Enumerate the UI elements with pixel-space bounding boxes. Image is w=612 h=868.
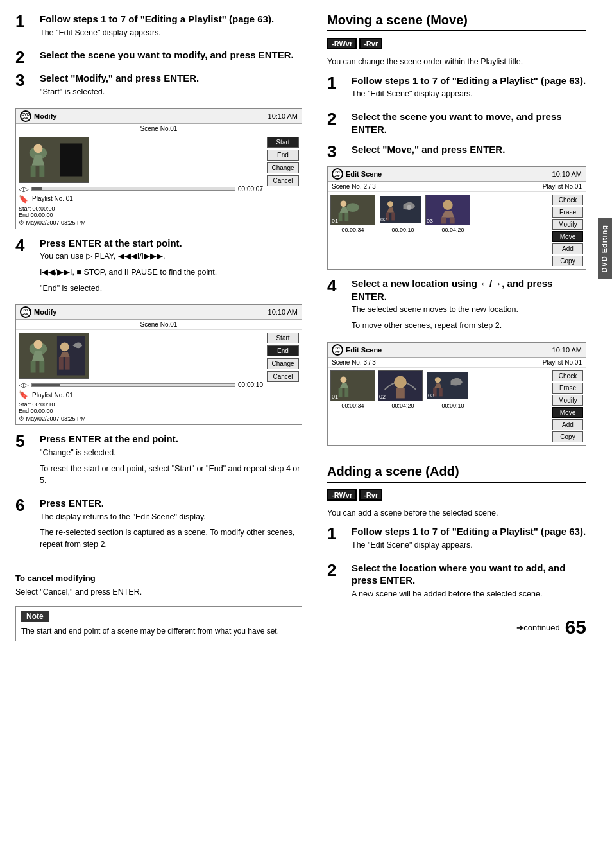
edit2-btn-modify[interactable]: Modify [552, 395, 583, 406]
edit-screen-1-timecodes: 00:00:34 00:00:10 00:04:20 [330, 227, 550, 233]
screen-1-btn-change[interactable]: Change [267, 162, 299, 173]
right-step-1-body: The "Edit Scene" display appears. [352, 88, 586, 100]
badge-add-rwvr: -RWvr [327, 489, 357, 501]
screen-2-header-left: DVDRW Modify [20, 306, 56, 318]
edit-screen-thumb-2-num: 02 [380, 216, 387, 223]
badge-rwvr: -RWvr [327, 38, 357, 49]
step-6-title: Press ENTER. [40, 497, 302, 510]
note-text: The start and end point of a scene may b… [21, 625, 296, 637]
step-number-1: 1 [15, 13, 36, 30]
edit-btn-modify[interactable]: Modify [552, 219, 583, 230]
edit2-btn-erase[interactable]: Erase [552, 383, 583, 394]
edit-screen-1-thumbs: 01 [330, 195, 550, 225]
screen-1-playlist: Playlist No. 01 [32, 195, 73, 202]
edit2-btn-add[interactable]: Add [552, 419, 583, 430]
screen-2-thumb-1 [19, 333, 89, 379]
edit-screen-2-thumb-3: 03 [425, 370, 470, 401]
add-step-2-title: Select the location where you want to ad… [352, 562, 586, 587]
dvd-icon-3: DVDRW [332, 168, 343, 180]
svg-point-14 [60, 343, 69, 352]
screen-2-btn-cancel[interactable]: Cancel [267, 371, 299, 382]
badge-add-rvr: -Rvr [359, 489, 382, 501]
tc-1-2: 00:00:10 [380, 227, 425, 233]
right-step-4-body1: The selected scene moves to the new loca… [352, 304, 586, 316]
screen-1-control-row: ◁▷ 00:00:07 [19, 186, 263, 193]
screen-1-btn-end[interactable]: End [267, 150, 299, 161]
svg-rect-28 [391, 213, 395, 221]
left-step-4: 4 Press ENTER at the start point. You ca… [15, 237, 302, 299]
right-step-num-4: 4 [327, 277, 348, 294]
svg-point-29 [407, 205, 411, 210]
step-4-content: Press ENTER at the start point. You can … [40, 237, 302, 299]
step-6-body1: The display returns to the "Edit Scene" … [40, 511, 302, 523]
step-1-title: Follow steps 1 to 7 of "Editing a Playli… [40, 13, 302, 26]
edit-screen-2-thumb-1: 01 [330, 370, 375, 401]
right-step-1-title: Follow steps 1 to 7 of "Editing a Playli… [352, 74, 586, 87]
edit-screen-1-header: DVDRW Edit Scene 10:10 AM [328, 167, 586, 182]
adding-section: Adding a scene (Add) -RWvr -Rvr You can … [327, 464, 586, 604]
screen-2-date-val: May/02/2007 03:25 PM [26, 415, 86, 422]
edit-btn-move[interactable]: Move [552, 231, 583, 242]
screen-1-preview-area [19, 137, 263, 183]
cancel-title: To cancel modifying [15, 573, 302, 583]
add-step-1-title: Follow steps 1 to 7 of "Editing a Playli… [352, 525, 586, 538]
screen-1-date: ⏱ May/02/2007 03:25 PM [19, 220, 263, 226]
tc-1-3: 00:04:20 [430, 227, 475, 233]
edit2-btn-copy[interactable]: Copy [552, 431, 583, 442]
step-5-title: Press ENTER at the end point. [40, 433, 302, 446]
screen-1-btn-start[interactable]: Start [267, 137, 299, 148]
screen-2-duration: 00:00:10 [238, 381, 263, 388]
edit-screen-2-timecodes: 00:00:34 00:04:20 00:00:10 [330, 403, 550, 409]
adding-badges: -RWvr -Rvr [327, 489, 586, 501]
edit-scene-screen-2: DVDRW Edit Scene 10:10 AM Scene No. 3 / … [327, 342, 586, 446]
edit-screen-1-side-buttons: Check Erase Modify Move Add Copy [552, 195, 583, 266]
adding-intro: You can add a scene before the selected … [327, 507, 586, 519]
svg-point-5 [34, 144, 43, 153]
edit2-btn-move[interactable]: Move [552, 407, 583, 418]
screen-2-left-panel: ◁▷ 00:00:10 🔖 Playlist No. 01 Start 00:0… [19, 333, 263, 422]
add-step-1: 1 Follow steps 1 to 7 of "Editing a Play… [327, 525, 586, 555]
screen-2-end-time: End 00:00:00 [19, 408, 263, 414]
edit-screen-2-info: Scene No. 3 / 3 Playlist No.01 [328, 358, 586, 368]
screen-2-title: Modify [34, 308, 56, 316]
screen-2-btn-start[interactable]: Start [267, 333, 299, 343]
step-3-content: Select "Modify," and press ENTER. "Start… [40, 72, 302, 101]
svg-rect-4 [39, 165, 44, 177]
continued-footer: ➔continued 65 [327, 616, 586, 638]
edit2-btn-check[interactable]: Check [552, 370, 583, 381]
screen-2-progress-bar [31, 383, 235, 387]
add-step-1-content: Follow steps 1 to 7 of "Editing a Playli… [352, 525, 586, 555]
step-3-title: Select "Modify," and press ENTER. [40, 72, 302, 85]
edit-btn-copy[interactable]: Copy [552, 256, 583, 266]
edit-screen-1-scenes: 01 [330, 195, 550, 266]
edit-screen-2-thumb-2: 02 [378, 370, 423, 401]
right-step-3-title: Select "Move," and press ENTER. [352, 143, 586, 156]
right-step-num-2: 2 [327, 110, 348, 127]
dvd-editing-tab: DVD Editing [598, 218, 612, 279]
screen-1-info-row: 🔖 Playlist No. 01 [19, 195, 263, 204]
right-step-4-content: Select a new location using ←/→, and pre… [352, 277, 586, 336]
add-step-2-body: A new scene will be added before the sel… [352, 588, 586, 600]
screen-2-btn-change[interactable]: Change [267, 358, 299, 369]
svg-rect-22 [344, 213, 348, 221]
screen-1-date-val: May/02/2007 03:25 PM [26, 220, 86, 226]
screen-1-date-label: ⏱ [19, 220, 24, 226]
step-number-2: 2 [15, 49, 36, 65]
dvd-icon-2: DVDRW [20, 306, 31, 318]
screen-2-btn-end[interactable]: End [267, 345, 299, 356]
edit-btn-check[interactable]: Check [552, 195, 583, 205]
step-3-body: "Start" is selected. [40, 86, 302, 98]
add-step-num-2: 2 [327, 562, 348, 578]
svg-rect-34 [450, 218, 455, 224]
screen-2-preview-area [19, 333, 263, 379]
edit-btn-erase[interactable]: Erase [552, 207, 583, 218]
screen-1-left-panel: ◁▷ 00:00:07 🔖 Playlist No. 01 Start 00:0… [19, 137, 263, 226]
edit-btn-add[interactable]: Add [552, 243, 583, 254]
add-step-2-content: Select the location where you want to ad… [352, 562, 586, 604]
screen-1-btn-cancel[interactable]: Cancel [267, 175, 299, 186]
screen-1-progress-icon: ◁▷ [19, 186, 29, 193]
step-4-title: Press ENTER at the start point. [40, 237, 302, 250]
edit-screen-2-scene: Scene No. 3 / 3 [332, 359, 376, 366]
svg-rect-10 [31, 361, 36, 373]
tc-2-1: 00:00:34 [330, 403, 375, 409]
